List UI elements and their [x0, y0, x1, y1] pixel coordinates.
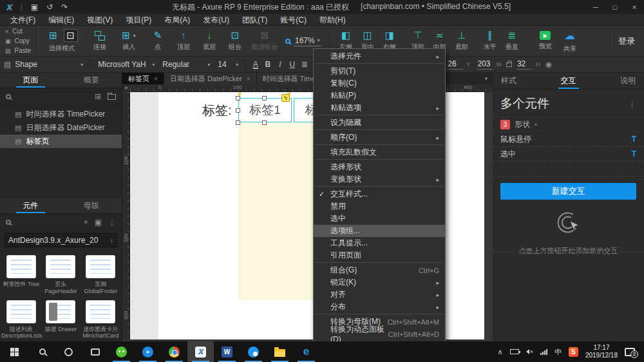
- y-field[interactable]: 26 Y: [447, 59, 470, 70]
- italic-button[interactable]: I: [274, 60, 286, 69]
- library-stack-icon[interactable]: ▣: [95, 218, 102, 226]
- lock-aspect-icon[interactable]: [506, 62, 512, 67]
- interaction-lightning-icon[interactable]: ϟ: [281, 94, 290, 102]
- close-button[interactable]: ×: [625, 0, 644, 14]
- redo-icon[interactable]: ↷: [61, 3, 68, 12]
- ungroup-button[interactable]: ⊠ 取消组合: [248, 27, 281, 55]
- start-button[interactable]: [0, 341, 29, 362]
- close-tab-icon[interactable]: ×: [247, 75, 251, 82]
- context-menu-item-group[interactable]: 组合(G)Ctrl+G: [314, 264, 445, 276]
- search-icon[interactable]: [6, 220, 11, 225]
- widget-item-minichartcard[interactable]: 迷你图表卡片 MinichartCard: [80, 300, 120, 340]
- group-button[interactable]: ⊡ 组合: [222, 27, 248, 55]
- taskbar-wechat[interactable]: [108, 341, 135, 362]
- add-folder-icon[interactable]: [108, 94, 116, 100]
- widget-item-pageheader[interactable]: 页头 PageHeader: [41, 255, 81, 295]
- contain-select-button[interactable]: ⊡: [64, 29, 78, 42]
- menu-arrange[interactable]: 布局(A): [158, 14, 196, 26]
- login-button[interactable]: 登录: [618, 35, 635, 47]
- tray-chevron-up-icon[interactable]: ∧: [498, 348, 503, 356]
- save-icon[interactable]: ▣: [31, 3, 38, 12]
- taskbar-app-pointer[interactable]: ➤: [135, 341, 161, 362]
- search-icon[interactable]: [6, 94, 11, 99]
- ime-indicator[interactable]: 中: [554, 347, 562, 357]
- font-style-select[interactable]: Regular ▾: [158, 57, 214, 73]
- taskbar-word[interactable]: W: [214, 341, 240, 362]
- zoom-control[interactable]: 167%▾: [285, 36, 321, 46]
- taskbar-file-explorer[interactable]: [267, 341, 293, 362]
- context-menu-item-order[interactable]: 顺序(O)▸: [314, 131, 445, 144]
- context-menu-item-paste[interactable]: 粘贴(P): [314, 90, 445, 102]
- new-interaction-button[interactable]: 新建交互: [500, 183, 636, 200]
- selection-handle[interactable]: [262, 96, 267, 100]
- more-options-icon[interactable]: ⋮: [628, 99, 636, 109]
- tab-pages[interactable]: 页面: [0, 73, 61, 88]
- text-style-icon[interactable]: T: [632, 149, 636, 158]
- height-value[interactable]: 32: [516, 59, 533, 70]
- context-menu-item-option-group[interactable]: 选项组...: [314, 225, 445, 237]
- context-menu-item-selected[interactable]: 选中: [314, 213, 445, 225]
- tab-overflow-icon[interactable]: ▾: [484, 73, 493, 84]
- menu-account[interactable]: 账号(C): [274, 14, 313, 26]
- menu-view[interactable]: 视图(V): [80, 14, 119, 26]
- taskbar-search-button[interactable]: [29, 341, 55, 362]
- point-mode-button[interactable]: ✎ 点: [145, 27, 171, 55]
- event-row-selected[interactable]: 选中 T: [493, 147, 644, 162]
- menu-edit[interactable]: 编辑(E): [42, 14, 80, 26]
- paste-button[interactable]: ▤Paste: [5, 46, 36, 55]
- tab-notes[interactable]: 说明: [620, 73, 636, 89]
- canvas-tab-tabs[interactable]: 标签页 ×: [122, 73, 164, 84]
- text-style-icon[interactable]: T: [632, 135, 636, 144]
- tab-widgets[interactable]: 元件: [0, 198, 61, 213]
- context-menu-item-lock[interactable]: 锁定(K)▸: [314, 276, 445, 289]
- menu-project[interactable]: 项目(P): [119, 14, 158, 26]
- taskbar-edge[interactable]: e: [293, 341, 319, 362]
- context-menu-item-copy[interactable]: 复制(C): [314, 77, 445, 90]
- context-menu-item-set-hidden[interactable]: 设为隐藏: [314, 117, 445, 129]
- taskbar-chrome[interactable]: [161, 341, 187, 362]
- cut-button[interactable]: ×Cut: [5, 27, 36, 36]
- selection-summary-row[interactable]: 3 形状 ▾: [493, 117, 644, 132]
- page-item-datepicker[interactable]: ▤ 日期选择器 DatePicker: [0, 121, 122, 135]
- underline-button[interactable]: U: [286, 60, 298, 69]
- context-menu-item-disabled[interactable]: 禁用: [314, 200, 445, 213]
- library-select[interactable]: AntDesign3.9.x_Axure_20 ↕: [5, 233, 117, 247]
- bullet-list-button[interactable]: ≣: [298, 60, 310, 69]
- context-menu-item-convert-dynamic-panel[interactable]: 转换为动态面板(D)Ctrl+Shift+Alt+D: [314, 328, 445, 340]
- tab-outline[interactable]: 概要: [61, 73, 122, 88]
- context-menu-item-paste-options[interactable]: 粘贴选项▸: [314, 102, 445, 114]
- tab-style[interactable]: 样式: [501, 73, 516, 89]
- bold-button[interactable]: B: [261, 60, 274, 69]
- selection-handle[interactable]: [236, 96, 240, 100]
- event-row-mouseover[interactable]: 鼠标悬停 T: [493, 132, 644, 147]
- height-field[interactable]: 32 H: [516, 59, 540, 70]
- widget-style-select[interactable]: Shape ▾: [11, 57, 87, 73]
- more-options-icon[interactable]: ⋮: [108, 218, 116, 226]
- network-signal-icon[interactable]: [540, 348, 547, 355]
- context-menu-item-select-widget[interactable]: 选择元件▸: [314, 50, 445, 62]
- battery-icon[interactable]: [510, 349, 519, 354]
- context-menu-item-select-shape[interactable]: 选择形状: [314, 161, 445, 173]
- taskbar-app-blue[interactable]: [240, 341, 267, 362]
- taskbar-clock[interactable]: 17:17 2019/12/18: [585, 344, 618, 360]
- cortana-button[interactable]: [55, 341, 82, 362]
- volume-muted-icon[interactable]: ×: [526, 348, 533, 355]
- sogou-input-icon[interactable]: S: [569, 347, 578, 357]
- context-menu-item-reference-page[interactable]: 引用页面: [314, 249, 445, 262]
- width-value[interactable]: 203: [477, 59, 493, 70]
- intersect-select-button[interactable]: ⊞: [46, 29, 61, 42]
- width-field[interactable]: 203 W: [477, 59, 502, 70]
- context-menu-item-transform-shape[interactable]: 变换形状▸: [314, 173, 445, 186]
- undo-icon[interactable]: ↺: [46, 3, 53, 12]
- distribute-horizontal-button[interactable]: ∥ 水平: [479, 27, 501, 55]
- add-library-icon[interactable]: +: [84, 218, 88, 226]
- font-family-select[interactable]: Microsoft YaH ▾: [94, 57, 158, 73]
- selection-handle[interactable]: [262, 120, 267, 125]
- canvas-tab-datepicker[interactable]: 日期选择器 DatePicker ×: [164, 73, 257, 84]
- menu-help[interactable]: 帮助(H): [313, 14, 352, 26]
- menu-file[interactable]: 文件(F): [4, 14, 42, 26]
- canvas-text-label[interactable]: 标签:: [202, 98, 232, 122]
- context-menu-item-cut[interactable]: 剪切(T): [314, 65, 445, 77]
- selection-handle[interactable]: [236, 108, 240, 113]
- distribute-vertical-button[interactable]: ≣ 垂直: [501, 27, 523, 55]
